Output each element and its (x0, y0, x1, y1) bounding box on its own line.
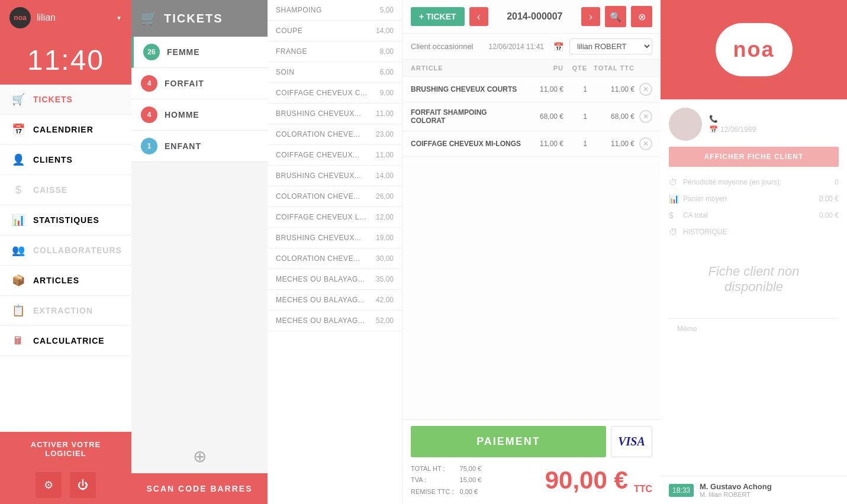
service-row[interactable]: COIFFAGE CHEVEUX C... 9,00 (268, 83, 402, 104)
ticket-prev-button[interactable]: ‹ (469, 7, 488, 26)
service-price: 35,00 (376, 275, 394, 283)
remise-value: 0,00 € (460, 486, 482, 498)
memo-label: Mémo (677, 325, 697, 333)
service-row[interactable]: MECHES OU BALAYAG... 52,00 (268, 311, 402, 331)
settings-button[interactable]: ⚙ (36, 472, 62, 498)
line-qte: 1 (563, 112, 587, 121)
ticket-menu-button[interactable]: ⊗ (631, 6, 652, 27)
show-client-button[interactable]: AFFICHER FICHE CLIENT (669, 147, 839, 167)
sidebar-item-caisse[interactable]: $ CAISSE (0, 175, 131, 205)
service-price: 30,00 (376, 254, 394, 263)
sidebar-item-articles[interactable]: 📦 ARTICLES (0, 266, 131, 296)
collaborateurs-icon: 👥 (12, 244, 25, 257)
totals-values: 75,00 € 15,00 € 0,00 € (460, 463, 482, 498)
delete-line-button[interactable]: ✕ (639, 137, 652, 150)
sidebar-clock: 11:40 (0, 35, 131, 85)
sidebar-item-clients[interactable]: 👤 CLIENTS (0, 145, 131, 175)
ticket-list-item[interactable]: 4 FORFAIT (131, 68, 268, 99)
sidebar-item-tickets[interactable]: 🛒 TICKETS (0, 85, 131, 115)
stat-label: Panier moyen (683, 192, 814, 206)
ticket-badge: 4 (141, 75, 157, 92)
service-row[interactable]: COLORATION CHEVE... 23,00 (268, 124, 402, 145)
memo-section: Mémo (669, 318, 839, 339)
stat-icon: ⏱ (669, 174, 678, 190)
total-ttc-amount: 90,00 € (545, 466, 628, 495)
visa-button[interactable]: VISA (611, 426, 652, 457)
service-row[interactable]: MECHES OU BALAYAG... 42,00 (268, 290, 402, 311)
ticket-items: BRUSHING CHEVEUX COURTS 11,00 € 1 11,00 … (402, 77, 661, 419)
service-row[interactable]: COUPE 14,00 (268, 21, 402, 41)
service-row[interactable]: COLORATION CHEVE... 26,00 (268, 186, 402, 207)
service-row[interactable]: COIFFAGE CHEVEUX L... 12,00 (268, 207, 402, 228)
sidebar-item-statistiques[interactable]: 📊 STATISTIQUES (0, 205, 131, 235)
ticket-line-item: BRUSHING CHEVEUX COURTS 11,00 € 1 11,00 … (402, 77, 661, 102)
recent-time-badge: 18:33 (669, 484, 694, 497)
service-row[interactable]: BRUSHING CHEVEUX... 11,00 (268, 104, 402, 124)
sidebar-username: lilian (37, 12, 110, 23)
tva-value: 15,00 € (460, 474, 482, 486)
totals-labels: TOTAL HT : TVA : REMISE TTC : (411, 463, 454, 498)
service-name: MECHES OU BALAYAG... (276, 296, 371, 304)
client-occasion-label: Client occasionnel (411, 42, 483, 51)
sidebar-footer-buttons: ⚙ ⏻ (0, 466, 131, 504)
service-row[interactable]: FRANGE 8,00 (268, 41, 402, 62)
ticket-list-item[interactable]: 26 FEMME (131, 37, 268, 68)
ticket-list-item[interactable]: 4 HOMME (131, 99, 268, 131)
service-row[interactable]: BRUSHING CHEVEUX... 14,00 (268, 166, 402, 186)
line-article: FORFAIT SHAMPOING COLORAT (411, 108, 522, 125)
line-total: 11,00 € (587, 85, 635, 93)
client-stats: ⏱ Périodicité moyenne (en jours): 0 📊 Pa… (669, 174, 839, 240)
sidebar-item-extraction[interactable]: 📋 EXTRACTION (0, 296, 131, 326)
sidebar-item-calendrier[interactable]: 📅 CALENDRIER (0, 115, 131, 145)
stat-row: $ CA total 0,00 € (669, 207, 839, 224)
ticket-table-header: ARTICLE PU QTE TOTAL TTC (402, 60, 661, 77)
service-name: SHAMPOING (276, 6, 375, 14)
col-qte: QTE (563, 64, 587, 72)
articles-icon: 📦 (12, 274, 25, 287)
service-row[interactable]: SOIN 6,00 (268, 62, 402, 83)
ticket-next-button[interactable]: › (581, 7, 600, 26)
phone-icon: 📞 (709, 115, 718, 123)
activate-label[interactable]: ACTIVER VOTRE LOGICIEL (0, 432, 131, 466)
total-ht-value: 75,00 € (460, 463, 482, 475)
chevron-down-icon[interactable]: ▼ (116, 15, 122, 21)
sidebar-logo: noa (9, 7, 31, 28)
stat-icon: $ (669, 207, 678, 224)
client-avatar (669, 108, 702, 141)
ticket-badge: 26 (143, 44, 160, 60)
delete-line-button[interactable]: ✕ (639, 83, 652, 96)
caisse-icon: $ (12, 183, 25, 196)
ticket-list-item[interactable]: 1 ENFANT (131, 131, 268, 162)
service-row[interactable]: COLORATION CHEVE... 30,00 (268, 248, 402, 269)
delete-line-button[interactable]: ✕ (639, 110, 652, 123)
client-select[interactable]: lilian ROBERT (569, 38, 652, 54)
service-price: 12,00 (376, 213, 394, 221)
sidebar: noa lilian ▼ 11:40 🛒 TICKETS 📅 CALENDRIE… (0, 0, 131, 504)
new-ticket-button[interactable]: + TICKET (411, 7, 465, 26)
ticket-search-button[interactable]: 🔍 (605, 6, 626, 27)
recent-client-name: M. Gustavo Achong (700, 482, 772, 491)
service-price: 8,00 (380, 47, 394, 56)
service-name: COLORATION CHEVE... (276, 254, 371, 263)
service-row[interactable]: MECHES OU BALAYAG... 35,00 (268, 269, 402, 290)
col-pu: PU (522, 64, 563, 72)
service-name: BRUSHING CHEVEUX... (276, 234, 371, 242)
service-row[interactable]: SHAMPOING 5,00 (268, 0, 402, 21)
tickets-icon: 🛒 (12, 93, 25, 106)
col-article: ARTICLE (411, 64, 522, 72)
sidebar-item-label: ARTICLES (33, 276, 79, 285)
line-qte: 1 (563, 85, 587, 93)
payment-button[interactable]: PAIEMENT (411, 426, 606, 457)
power-button[interactable]: ⏻ (70, 472, 96, 498)
line-total: 11,00 € (587, 140, 635, 148)
add-ticket-button[interactable]: ⊕ (131, 440, 268, 473)
ticket-client-row: Client occasionnel 12/06/2014 11:41 📅 li… (402, 34, 661, 60)
client-phone-dob: 📞 📅 12/06/1989 (709, 115, 756, 134)
service-row[interactable]: COIFFAGE CHEVEUX... 11,00 (268, 145, 402, 166)
tickets-panel: 🛒 TICKETS 26 FEMME 4 FORFAIT 4 HOMME 1 E… (131, 0, 268, 504)
sidebar-item-calculatrice[interactable]: 🖩 CALCULATRICE (0, 326, 131, 356)
scan-barcode-button[interactable]: SCAN CODE BARRES (131, 473, 268, 504)
service-row[interactable]: BRUSHING CHEVEUX... 19,00 (268, 228, 402, 248)
recent-client-row[interactable]: 18:33 M. Gustavo Achong M. lilian ROBERT (661, 476, 847, 504)
sidebar-item-collaborateurs[interactable]: 👥 COLLABORATEURS (0, 235, 131, 266)
